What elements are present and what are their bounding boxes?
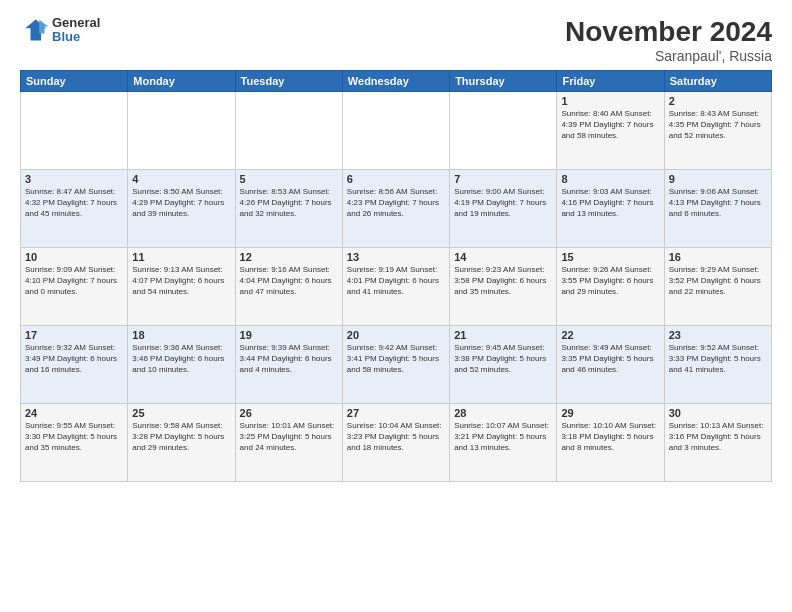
table-row: 26Sunrise: 10:01 AM Sunset: 3:25 PM Dayl… [235,404,342,482]
day-number: 19 [240,329,338,341]
logo-icon [20,16,48,44]
day-info: Sunrise: 9:23 AM Sunset: 3:58 PM Dayligh… [454,265,552,297]
day-number: 13 [347,251,445,263]
day-number: 9 [669,173,767,185]
table-row [235,92,342,170]
table-row [342,92,449,170]
table-row [21,92,128,170]
table-row: 2Sunrise: 8:43 AM Sunset: 4:35 PM Daylig… [664,92,771,170]
day-info: Sunrise: 9:13 AM Sunset: 4:07 PM Dayligh… [132,265,230,297]
table-row: 4Sunrise: 8:50 AM Sunset: 4:29 PM Daylig… [128,170,235,248]
table-row: 28Sunrise: 10:07 AM Sunset: 3:21 PM Dayl… [450,404,557,482]
logo: General Blue [20,16,100,45]
day-number: 3 [25,173,123,185]
table-row: 15Sunrise: 9:26 AM Sunset: 3:55 PM Dayli… [557,248,664,326]
day-info: Sunrise: 8:43 AM Sunset: 4:35 PM Dayligh… [669,109,767,141]
table-row: 7Sunrise: 9:00 AM Sunset: 4:19 PM Daylig… [450,170,557,248]
calendar-title: November 2024 [565,16,772,48]
day-number: 26 [240,407,338,419]
table-row: 16Sunrise: 9:29 AM Sunset: 3:52 PM Dayli… [664,248,771,326]
col-monday: Monday [128,71,235,92]
day-number: 23 [669,329,767,341]
table-row: 25Sunrise: 9:58 AM Sunset: 3:28 PM Dayli… [128,404,235,482]
header-row: Sunday Monday Tuesday Wednesday Thursday… [21,71,772,92]
day-info: Sunrise: 9:36 AM Sunset: 3:46 PM Dayligh… [132,343,230,375]
day-number: 7 [454,173,552,185]
col-tuesday: Tuesday [235,71,342,92]
table-row: 6Sunrise: 8:56 AM Sunset: 4:23 PM Daylig… [342,170,449,248]
table-row [450,92,557,170]
day-info: Sunrise: 8:47 AM Sunset: 4:32 PM Dayligh… [25,187,123,219]
table-row: 23Sunrise: 9:52 AM Sunset: 3:33 PM Dayli… [664,326,771,404]
day-number: 15 [561,251,659,263]
day-number: 24 [25,407,123,419]
day-number: 14 [454,251,552,263]
day-number: 1 [561,95,659,107]
day-info: Sunrise: 9:39 AM Sunset: 3:44 PM Dayligh… [240,343,338,375]
day-number: 11 [132,251,230,263]
col-thursday: Thursday [450,71,557,92]
day-number: 21 [454,329,552,341]
day-number: 17 [25,329,123,341]
day-info: Sunrise: 9:58 AM Sunset: 3:28 PM Dayligh… [132,421,230,453]
day-info: Sunrise: 9:52 AM Sunset: 3:33 PM Dayligh… [669,343,767,375]
day-info: Sunrise: 10:13 AM Sunset: 3:16 PM Daylig… [669,421,767,453]
day-info: Sunrise: 8:40 AM Sunset: 4:39 PM Dayligh… [561,109,659,141]
logo-general-text: General [52,16,100,30]
day-number: 18 [132,329,230,341]
svg-marker-1 [39,20,48,34]
day-info: Sunrise: 9:16 AM Sunset: 4:04 PM Dayligh… [240,265,338,297]
logo-blue-text: Blue [52,30,100,44]
day-number: 30 [669,407,767,419]
day-info: Sunrise: 9:49 AM Sunset: 3:35 PM Dayligh… [561,343,659,375]
day-info: Sunrise: 9:42 AM Sunset: 3:41 PM Dayligh… [347,343,445,375]
header: General Blue November 2024 Saranpaul', R… [20,16,772,64]
table-row: 20Sunrise: 9:42 AM Sunset: 3:41 PM Dayli… [342,326,449,404]
day-info: Sunrise: 8:56 AM Sunset: 4:23 PM Dayligh… [347,187,445,219]
table-row: 12Sunrise: 9:16 AM Sunset: 4:04 PM Dayli… [235,248,342,326]
day-info: Sunrise: 9:03 AM Sunset: 4:16 PM Dayligh… [561,187,659,219]
table-row: 11Sunrise: 9:13 AM Sunset: 4:07 PM Dayli… [128,248,235,326]
day-info: Sunrise: 9:45 AM Sunset: 3:38 PM Dayligh… [454,343,552,375]
day-info: Sunrise: 10:10 AM Sunset: 3:18 PM Daylig… [561,421,659,453]
day-info: Sunrise: 10:01 AM Sunset: 3:25 PM Daylig… [240,421,338,453]
table-row: 30Sunrise: 10:13 AM Sunset: 3:16 PM Dayl… [664,404,771,482]
day-info: Sunrise: 8:50 AM Sunset: 4:29 PM Dayligh… [132,187,230,219]
table-row: 24Sunrise: 9:55 AM Sunset: 3:30 PM Dayli… [21,404,128,482]
table-row: 18Sunrise: 9:36 AM Sunset: 3:46 PM Dayli… [128,326,235,404]
table-row: 27Sunrise: 10:04 AM Sunset: 3:23 PM Dayl… [342,404,449,482]
col-saturday: Saturday [664,71,771,92]
table-row: 8Sunrise: 9:03 AM Sunset: 4:16 PM Daylig… [557,170,664,248]
day-info: Sunrise: 9:32 AM Sunset: 3:49 PM Dayligh… [25,343,123,375]
table-row [128,92,235,170]
day-info: Sunrise: 9:19 AM Sunset: 4:01 PM Dayligh… [347,265,445,297]
day-number: 2 [669,95,767,107]
week-row-1: 1Sunrise: 8:40 AM Sunset: 4:39 PM Daylig… [21,92,772,170]
day-number: 29 [561,407,659,419]
day-number: 8 [561,173,659,185]
logo-text: General Blue [52,16,100,45]
week-row-5: 24Sunrise: 9:55 AM Sunset: 3:30 PM Dayli… [21,404,772,482]
calendar-table: Sunday Monday Tuesday Wednesday Thursday… [20,70,772,482]
day-number: 12 [240,251,338,263]
title-block: November 2024 Saranpaul', Russia [565,16,772,64]
day-info: Sunrise: 9:06 AM Sunset: 4:13 PM Dayligh… [669,187,767,219]
table-row: 22Sunrise: 9:49 AM Sunset: 3:35 PM Dayli… [557,326,664,404]
day-number: 10 [25,251,123,263]
table-row: 17Sunrise: 9:32 AM Sunset: 3:49 PM Dayli… [21,326,128,404]
table-row: 1Sunrise: 8:40 AM Sunset: 4:39 PM Daylig… [557,92,664,170]
day-number: 16 [669,251,767,263]
col-sunday: Sunday [21,71,128,92]
day-number: 5 [240,173,338,185]
day-info: Sunrise: 9:09 AM Sunset: 4:10 PM Dayligh… [25,265,123,297]
table-row: 3Sunrise: 8:47 AM Sunset: 4:32 PM Daylig… [21,170,128,248]
table-row: 29Sunrise: 10:10 AM Sunset: 3:18 PM Dayl… [557,404,664,482]
day-info: Sunrise: 9:55 AM Sunset: 3:30 PM Dayligh… [25,421,123,453]
day-info: Sunrise: 10:04 AM Sunset: 3:23 PM Daylig… [347,421,445,453]
table-row: 5Sunrise: 8:53 AM Sunset: 4:26 PM Daylig… [235,170,342,248]
day-info: Sunrise: 9:29 AM Sunset: 3:52 PM Dayligh… [669,265,767,297]
day-info: Sunrise: 9:26 AM Sunset: 3:55 PM Dayligh… [561,265,659,297]
table-row: 21Sunrise: 9:45 AM Sunset: 3:38 PM Dayli… [450,326,557,404]
day-info: Sunrise: 9:00 AM Sunset: 4:19 PM Dayligh… [454,187,552,219]
day-number: 20 [347,329,445,341]
